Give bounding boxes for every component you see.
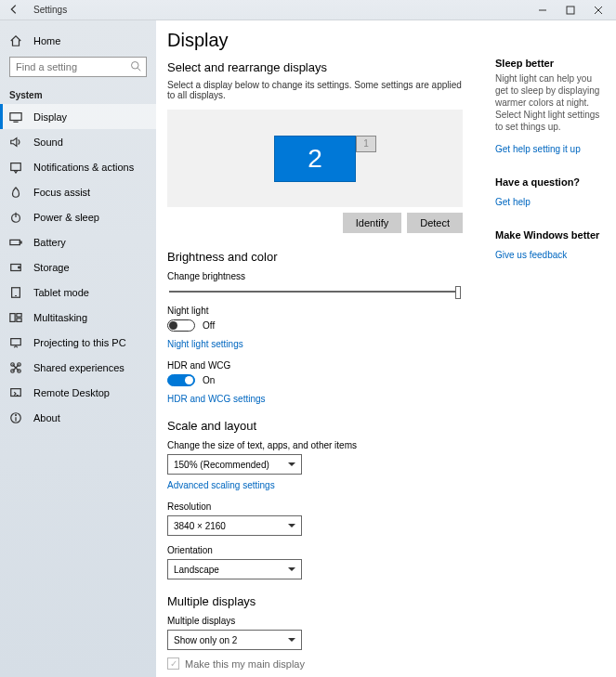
identify-button[interactable]: Identify bbox=[343, 213, 401, 233]
sleep-better-body: Night light can help you get to sleep by… bbox=[495, 72, 607, 133]
back-button[interactable] bbox=[4, 3, 24, 18]
svg-rect-12 bbox=[20, 241, 21, 243]
svg-point-28 bbox=[16, 414, 17, 415]
feedback-link[interactable]: Give us feedback bbox=[495, 250, 567, 260]
right-panel: Sleep better Night light can help you ge… bbox=[495, 20, 616, 677]
chevron-down-icon bbox=[288, 638, 295, 642]
sidebar-heading: System bbox=[0, 85, 156, 104]
close-button[interactable] bbox=[584, 0, 612, 20]
advanced-scaling-link[interactable]: Advanced scaling settings bbox=[167, 480, 275, 490]
sidebar-item-notifications[interactable]: Notifications & actions bbox=[0, 154, 156, 179]
multiple-displays-label: Multiple displays bbox=[167, 616, 463, 626]
arrange-subtext: Select a display below to change its set… bbox=[167, 80, 463, 100]
svg-rect-20 bbox=[11, 338, 21, 345]
sidebar-item-display[interactable]: Display bbox=[0, 104, 156, 129]
svg-rect-17 bbox=[10, 313, 15, 321]
shared-icon bbox=[9, 361, 22, 374]
sidebar-item-label: Tablet mode bbox=[33, 287, 89, 298]
sound-icon bbox=[9, 136, 22, 149]
sidebar-item-label: Multitasking bbox=[33, 312, 87, 323]
svg-line-5 bbox=[138, 68, 140, 71]
multiple-displays-select[interactable]: Show only on 2 bbox=[167, 630, 302, 650]
chevron-down-icon bbox=[288, 462, 295, 466]
svg-rect-6 bbox=[10, 112, 21, 120]
notifications-icon bbox=[9, 161, 22, 174]
svg-rect-8 bbox=[11, 163, 21, 170]
sidebar-item-focus[interactable]: Focus assist bbox=[0, 179, 156, 204]
sidebar-home[interactable]: Home bbox=[0, 28, 156, 53]
storage-icon bbox=[9, 261, 22, 274]
sidebar-item-label: Battery bbox=[33, 237, 66, 248]
detect-button[interactable]: Detect bbox=[407, 213, 463, 233]
sidebar-item-multitasking[interactable]: Multitasking bbox=[0, 305, 156, 330]
sidebar-item-label: Projecting to this PC bbox=[33, 337, 126, 348]
tablet-icon bbox=[9, 286, 22, 299]
night-light-toggle[interactable]: Off bbox=[167, 319, 215, 332]
minimize-button[interactable] bbox=[529, 0, 557, 20]
remote-icon bbox=[9, 386, 22, 399]
sidebar-item-storage[interactable]: Storage bbox=[0, 254, 156, 280]
maximize-button[interactable] bbox=[557, 0, 584, 20]
titlebar: Settings bbox=[0, 0, 616, 20]
sidebar-item-label: Display bbox=[33, 111, 67, 123]
sidebar-item-power[interactable]: Power & sleep bbox=[0, 204, 156, 229]
sidebar-item-shared[interactable]: Shared experiences bbox=[0, 355, 156, 380]
svg-rect-1 bbox=[567, 7, 574, 14]
resolution-select[interactable]: 3840 × 2160 bbox=[167, 515, 302, 536]
svg-rect-25 bbox=[11, 388, 21, 396]
resolution-label: Resolution bbox=[167, 501, 463, 512]
hdr-toggle[interactable]: On bbox=[167, 374, 215, 386]
multitasking-icon bbox=[9, 311, 22, 324]
scale-heading: Scale and layout bbox=[167, 419, 463, 433]
page-title: Display bbox=[167, 30, 463, 51]
chevron-down-icon bbox=[288, 567, 295, 571]
multiple-displays-heading: Multiple displays bbox=[167, 594, 463, 608]
search-icon bbox=[130, 60, 141, 73]
hdr-settings-link[interactable]: HDR and WCG settings bbox=[167, 394, 266, 404]
sidebar-home-label: Home bbox=[33, 35, 60, 46]
change-brightness-label: Change brightness bbox=[167, 271, 463, 281]
sidebar-item-remote[interactable]: Remote Desktop bbox=[0, 380, 156, 405]
display-icon bbox=[9, 111, 22, 124]
battery-icon bbox=[9, 236, 22, 249]
text-size-select[interactable]: 150% (Recommended) bbox=[167, 454, 302, 475]
arrange-heading: Select and rearrange displays bbox=[167, 60, 463, 74]
display-1[interactable]: 1 bbox=[356, 136, 376, 152]
sidebar-item-label: About bbox=[33, 412, 60, 423]
sidebar-item-label: Remote Desktop bbox=[33, 387, 110, 398]
svg-point-4 bbox=[132, 62, 139, 70]
get-help-link[interactable]: Get help bbox=[495, 197, 531, 207]
orientation-select[interactable]: Landscape bbox=[167, 559, 302, 579]
svg-rect-19 bbox=[17, 318, 21, 321]
focus-icon bbox=[9, 186, 22, 199]
power-icon bbox=[9, 211, 22, 224]
svg-rect-11 bbox=[10, 240, 20, 244]
display-2[interactable]: 2 bbox=[274, 136, 356, 182]
main-display-label: Make this my main display bbox=[185, 658, 305, 670]
sidebar-item-sound[interactable]: Sound bbox=[0, 129, 156, 154]
sidebar-item-battery[interactable]: Battery bbox=[0, 229, 156, 254]
chevron-down-icon bbox=[288, 524, 295, 527]
sidebar-item-projecting[interactable]: Projecting to this PC bbox=[0, 330, 156, 355]
sidebar-item-about[interactable]: About bbox=[0, 405, 156, 430]
main-display-checkbox bbox=[167, 657, 179, 670]
question-title: Have a question? bbox=[495, 176, 607, 188]
make-better-title: Make Windows better bbox=[495, 229, 607, 241]
sidebar-item-label: Sound bbox=[33, 137, 63, 148]
main-display-checkbox-row: Make this my main display bbox=[167, 657, 463, 670]
sidebar-item-tablet[interactable]: Tablet mode bbox=[0, 280, 156, 305]
orientation-label: Orientation bbox=[167, 545, 463, 555]
sidebar-item-label: Shared experiences bbox=[33, 362, 125, 373]
brightness-slider[interactable] bbox=[169, 291, 461, 293]
brightness-thumb[interactable] bbox=[455, 286, 461, 299]
svg-point-14 bbox=[19, 267, 20, 268]
search-input[interactable] bbox=[9, 57, 147, 77]
sleep-better-link[interactable]: Get help setting it up bbox=[495, 144, 581, 154]
sidebar-item-label: Power & sleep bbox=[33, 212, 99, 223]
display-arrangement[interactable]: 2 1 bbox=[167, 110, 463, 207]
home-icon bbox=[9, 34, 22, 47]
brightness-heading: Brightness and color bbox=[167, 250, 463, 264]
sleep-better-title: Sleep better bbox=[495, 58, 607, 69]
night-light-state: Off bbox=[203, 320, 215, 331]
night-light-settings-link[interactable]: Night light settings bbox=[167, 339, 243, 349]
